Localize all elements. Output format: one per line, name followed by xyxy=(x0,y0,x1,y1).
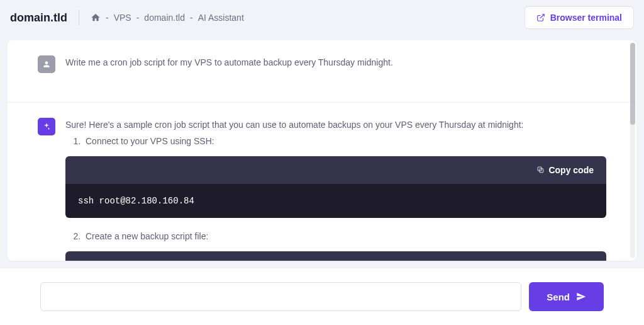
copy-code-button[interactable]: Copy code xyxy=(536,165,594,175)
ai-avatar xyxy=(38,118,55,135)
scrollbar-thumb[interactable] xyxy=(630,43,635,125)
browser-terminal-button[interactable]: Browser terminal xyxy=(525,6,634,29)
user-avatar xyxy=(38,55,55,73)
step-1-text: Connect to your VPS using SSH: xyxy=(83,134,606,148)
breadcrumb: - VPS - domain.tld - AI Assistant xyxy=(91,13,244,23)
person-icon xyxy=(42,60,51,69)
ai-message-intro: Sure! Here's a sample cron job script th… xyxy=(65,120,523,130)
send-button[interactable]: Send xyxy=(529,282,604,311)
message-divider xyxy=(8,102,636,103)
scrollbar[interactable] xyxy=(630,43,635,258)
breadcrumb-sep: - xyxy=(106,13,109,23)
breadcrumb-page: AI Assistant xyxy=(198,13,244,23)
send-icon xyxy=(576,292,586,302)
chat-input-bar: Send xyxy=(0,268,644,325)
code-block-1: Copy code ssh root@82.180.160.84 xyxy=(65,156,606,218)
send-button-label: Send xyxy=(547,292,570,302)
chat-input[interactable] xyxy=(40,282,521,311)
breadcrumb-sep: - xyxy=(136,13,140,23)
copy-label: Copy code xyxy=(548,260,594,261)
step-2-text: Create a new backup script file: xyxy=(83,229,606,243)
user-message-text: Write me a cron job script for my VPS to… xyxy=(65,55,606,73)
copy-icon xyxy=(536,166,545,174)
sparkle-icon xyxy=(42,122,51,131)
code-content-1: ssh root@82.180.160.84 xyxy=(65,184,606,218)
external-link-icon xyxy=(536,13,545,22)
copy-code-button[interactable]: Copy code xyxy=(536,260,594,261)
code-block-2: Copy code xyxy=(65,251,606,261)
breadcrumb-sep: - xyxy=(190,13,193,23)
home-icon[interactable] xyxy=(91,13,101,23)
ai-message-body: Sure! Here's a sample cron job script th… xyxy=(65,118,606,261)
copy-label: Copy code xyxy=(548,165,594,175)
divider xyxy=(79,9,79,26)
page-title: domain.tld xyxy=(10,11,67,25)
svg-line-0 xyxy=(540,14,543,18)
terminal-button-label: Browser terminal xyxy=(550,13,622,23)
breadcrumb-vps[interactable]: VPS xyxy=(114,13,131,23)
breadcrumb-domain[interactable]: domain.tld xyxy=(144,13,185,23)
chat-content: Write me a cron job script for my VPS to… xyxy=(8,40,636,261)
